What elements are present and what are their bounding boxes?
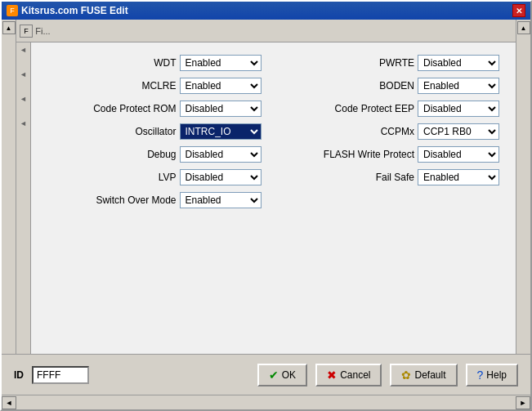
switch-over-select[interactable]: Enabled Disabled xyxy=(180,192,262,208)
code-protect-eep-label: Code Protect EEP xyxy=(335,103,414,114)
form-area: WDT Enabled Disabled MCLRE Enabled Disab… xyxy=(31,42,516,354)
bottom-bar: ID ✔ OK ✖ Cancel ✿ Default ? Help xyxy=(2,354,530,395)
help-label: Help xyxy=(486,369,507,381)
toolbar: F Fi... xyxy=(16,20,516,42)
id-input[interactable] xyxy=(32,366,89,384)
ok-button[interactable]: ✔ OK xyxy=(257,364,307,386)
lvp-row: LVP Enabled Disabled xyxy=(47,169,262,185)
fail-safe-row: Fail Safe Enabled Disabled xyxy=(286,169,500,185)
cancel-label: Cancel xyxy=(340,369,370,381)
left-form-column: WDT Enabled Disabled MCLRE Enabled Disab… xyxy=(47,55,262,342)
code-protect-rom-row: Code Protect ROM Enabled Disabled xyxy=(47,101,262,117)
boden-select[interactable]: Enabled Disabled xyxy=(418,78,499,94)
left-scrollbar: ▲ xyxy=(2,20,16,354)
id-label: ID xyxy=(14,369,24,381)
help-button[interactable]: ? Help xyxy=(466,364,518,386)
flash-write-select[interactable]: Enabled Disabled xyxy=(418,146,499,163)
indicator3: ◄ xyxy=(20,95,27,103)
mclre-label: MCLRE xyxy=(141,80,176,92)
right-form-column: PWRTE Enabled Disabled BODEN Enabled Dis… xyxy=(286,55,500,342)
check-icon: ✔ xyxy=(269,369,279,382)
lvp-select[interactable]: Enabled Disabled xyxy=(180,169,262,185)
fail-safe-label: Fail Safe xyxy=(376,172,414,183)
indicator: ◄ xyxy=(20,46,27,54)
oscillator-row: Oscillator INTRC_IO INTRC EXTRC EXTRC_IO… xyxy=(47,123,262,140)
file-label: Fi... xyxy=(35,26,50,36)
lvp-label: LVP xyxy=(159,172,177,183)
wdt-label: WDT xyxy=(154,57,176,69)
default-label: Default xyxy=(414,369,445,381)
ccpmx-row: CCPMx CCP1 RB0 CCP1 RB3 xyxy=(286,123,500,140)
scroll-left[interactable]: ◄ xyxy=(2,396,16,409)
title-bar: F Kitsrus.com FUSE Edit ✕ xyxy=(2,2,530,20)
debug-label: Debug xyxy=(147,149,176,160)
window-body: ▲ F Fi... ◄ ◄ ◄ ◄ xyxy=(2,20,530,354)
code-protect-rom-select[interactable]: Enabled Disabled xyxy=(180,101,262,117)
scroll-up-left[interactable]: ▲ xyxy=(2,21,16,34)
toolbar-icon: F xyxy=(20,25,33,38)
debug-row: Debug Enabled Disabled xyxy=(47,146,262,163)
ccpmx-label: CCPMx xyxy=(381,126,414,137)
boden-row: BODEN Enabled Disabled xyxy=(286,78,500,94)
boden-label: BODEN xyxy=(379,80,414,92)
code-protect-eep-row: Code Protect EEP Enabled Disabled xyxy=(286,101,500,117)
main-content: F Fi... ◄ ◄ ◄ ◄ WDT xyxy=(16,20,516,354)
code-protect-eep-select[interactable]: Enabled Disabled xyxy=(418,101,499,117)
main-window: F Kitsrus.com FUSE Edit ✕ ▲ F Fi... ◄ xyxy=(0,0,532,411)
pwrte-row: PWRTE Enabled Disabled xyxy=(286,55,500,71)
oscillator-select[interactable]: INTRC_IO INTRC EXTRC EXTRC_IO HS XT LP xyxy=(180,123,262,140)
mclre-select[interactable]: Enabled Disabled xyxy=(180,78,262,94)
fail-safe-select[interactable]: Enabled Disabled xyxy=(418,169,499,185)
ccpmx-select[interactable]: CCP1 RB0 CCP1 RB3 xyxy=(418,123,499,140)
pwrte-select[interactable]: Enabled Disabled xyxy=(418,55,499,71)
indicator4: ◄ xyxy=(20,119,27,127)
indicator2: ◄ xyxy=(20,70,27,78)
default-button[interactable]: ✿ Default xyxy=(390,364,457,386)
window-icon: F xyxy=(7,5,18,16)
scroll-up-right[interactable]: ▲ xyxy=(517,21,530,34)
sun-icon: ✿ xyxy=(401,369,411,382)
mclre-row: MCLRE Enabled Disabled xyxy=(47,78,262,94)
pwrte-label: PWRTE xyxy=(379,57,414,69)
left-side-indicators: ◄ ◄ ◄ ◄ xyxy=(16,42,31,354)
switch-over-label: Switch Over Mode xyxy=(96,194,176,206)
wdt-select[interactable]: Enabled Disabled xyxy=(180,55,262,71)
right-scrollbar: ▲ xyxy=(516,20,530,354)
scroll-right[interactable]: ► xyxy=(516,396,530,409)
bottom-scrollbar: ◄ ► xyxy=(2,395,530,409)
window-title: Kitsrus.com FUSE Edit xyxy=(21,5,128,16)
switch-over-row: Switch Over Mode Enabled Disabled xyxy=(47,192,262,208)
oscillator-label: Oscillator xyxy=(135,126,176,137)
cancel-button[interactable]: ✖ Cancel xyxy=(315,364,382,386)
help-icon: ? xyxy=(477,369,484,382)
ok-label: OK xyxy=(282,369,296,381)
code-protect-rom-label: Code Protect ROM xyxy=(93,103,176,114)
cross-icon: ✖ xyxy=(327,369,337,382)
close-button[interactable]: ✕ xyxy=(512,4,525,17)
flash-write-label: FLASH Write Protect xyxy=(324,149,414,160)
flash-write-row: FLASH Write Protect Enabled Disabled xyxy=(286,146,500,163)
debug-select[interactable]: Enabled Disabled xyxy=(180,146,262,163)
wdt-row: WDT Enabled Disabled xyxy=(47,55,262,71)
content-area: ◄ ◄ ◄ ◄ WDT Enabled Disabled xyxy=(16,42,516,354)
